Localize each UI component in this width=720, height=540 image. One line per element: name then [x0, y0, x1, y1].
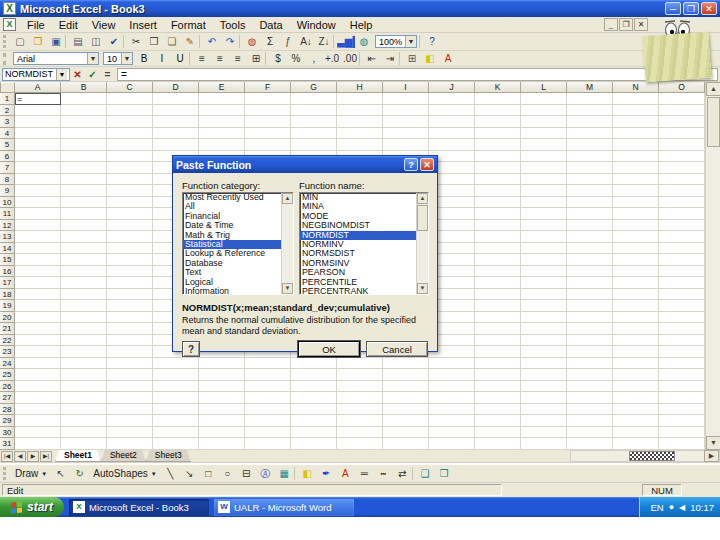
column-header[interactable]: H [337, 82, 383, 93]
draw-menu-button[interactable]: Draw ▼ [11, 466, 51, 481]
italic-icon[interactable]: I [153, 51, 171, 66]
toolbar-grip[interactable] [3, 467, 8, 481]
fill-color-icon[interactable]: ◧ [421, 51, 439, 66]
chevron-left-icon[interactable]: ◀ [679, 503, 685, 512]
restore-button[interactable]: ❐ [683, 2, 699, 15]
decrease-indent-icon[interactable]: ⇤ [363, 51, 381, 66]
menu-item[interactable]: Insert [122, 18, 164, 32]
column-header[interactable]: M [567, 82, 613, 93]
row-header[interactable]: 4 [0, 128, 15, 140]
menu-item[interactable]: Data [252, 18, 289, 32]
row-header[interactable]: 27 [0, 392, 15, 404]
row-header[interactable]: 30 [0, 427, 15, 439]
column-header[interactable]: G [291, 82, 337, 93]
row-header[interactable]: 14 [0, 243, 15, 255]
print-icon[interactable]: ▤ [69, 34, 87, 49]
dialog-title-bar[interactable]: Paste Function ? ✕ [173, 156, 437, 173]
enter-formula-button[interactable]: ✓ [85, 68, 100, 81]
increase-indent-icon[interactable]: ⇥ [381, 51, 399, 66]
toolbar-grip[interactable] [3, 35, 8, 49]
comma-style-icon[interactable]: , [305, 51, 323, 66]
line-style-icon[interactable]: ═ [355, 466, 374, 481]
row-header[interactable]: 26 [0, 381, 15, 393]
column-header[interactable]: N [613, 82, 659, 93]
scroll-down-icon[interactable]: ▼ [706, 436, 720, 450]
row-header[interactable]: 21 [0, 323, 15, 335]
row-header[interactable]: 2 [0, 105, 15, 117]
borders-icon[interactable]: ⊞ [403, 51, 421, 66]
row-header[interactable]: 10 [0, 197, 15, 209]
column-header[interactable]: I [383, 82, 429, 93]
last-sheet-button[interactable]: ▶| [40, 451, 52, 462]
column-header[interactable]: J [429, 82, 475, 93]
column-header[interactable]: K [475, 82, 521, 93]
paste-function-icon[interactable]: ƒ [279, 34, 297, 49]
select-all-corner[interactable] [0, 82, 15, 93]
function-scroll-thumb[interactable] [417, 205, 428, 231]
row-header[interactable]: 17 [0, 277, 15, 289]
row-header[interactable]: 13 [0, 231, 15, 243]
category-option[interactable]: Information [183, 287, 281, 294]
font-color-icon[interactable]: A [439, 51, 457, 66]
new-icon[interactable]: ▢ [11, 34, 29, 49]
row-header[interactable]: 8 [0, 174, 15, 186]
next-sheet-button[interactable]: ▶ [27, 451, 39, 462]
column-header[interactable]: E [199, 82, 245, 93]
row-header[interactable]: 28 [0, 404, 15, 416]
taskbar-task-excel[interactable]: X Microsoft Excel - Book3 [69, 499, 209, 516]
cancel-button[interactable]: Cancel [366, 341, 428, 357]
dialog-help-button[interactable]: ? [404, 158, 418, 171]
row-header[interactable]: 18 [0, 289, 15, 301]
column-header[interactable]: B [61, 82, 107, 93]
row-header[interactable]: 3 [0, 116, 15, 128]
underline-icon[interactable]: U [171, 51, 189, 66]
autoshapes-menu-button[interactable]: AutoShapes ▼ [89, 466, 160, 481]
workbook-restore-button[interactable]: ❐ [619, 18, 633, 31]
column-header[interactable]: F [245, 82, 291, 93]
font-color-icon[interactable]: A [336, 466, 355, 481]
zoom-combo[interactable]: 100% ▼ [375, 35, 417, 48]
line-icon[interactable]: ╲ [161, 466, 180, 481]
align-left-icon[interactable]: ≡ [193, 51, 211, 66]
menu-item[interactable]: Window [290, 18, 343, 32]
row-header[interactable]: 12 [0, 220, 15, 232]
menu-item[interactable]: Edit [52, 18, 85, 32]
chart-wizard-icon[interactable]: ▃▆█ [337, 34, 355, 49]
row-header[interactable]: 15 [0, 254, 15, 266]
column-header[interactable]: D [153, 82, 199, 93]
menu-item[interactable]: Format [164, 18, 213, 32]
format-painter-icon[interactable]: ✎ [181, 34, 199, 49]
open-icon[interactable]: ❒ [29, 34, 47, 49]
fill-color-icon[interactable]: ◧ [298, 466, 317, 481]
row-header[interactable]: 6 [0, 151, 15, 163]
sort-descending-icon[interactable]: Z↓ [315, 34, 333, 49]
horizontal-scrollbar[interactable]: ▶ [570, 450, 720, 462]
close-button[interactable]: ✕ [701, 2, 717, 15]
workbook-minimize-button[interactable]: _ [604, 18, 618, 31]
shadow-icon[interactable]: ❑ [416, 466, 435, 481]
help-assistant-icon[interactable]: ? [423, 34, 441, 49]
row-header[interactable]: 24 [0, 358, 15, 370]
column-header[interactable]: L [521, 82, 567, 93]
decrease-decimal-icon[interactable]: .00 [341, 51, 359, 66]
row-header[interactable]: 9 [0, 185, 15, 197]
oval-icon[interactable]: ○ [218, 466, 237, 481]
menu-item[interactable]: Help [343, 18, 380, 32]
paste-icon[interactable]: ❏ [163, 34, 181, 49]
dialog-close-button[interactable]: ✕ [420, 158, 434, 171]
dash-style-icon[interactable]: ┅ [374, 466, 393, 481]
function-name-list[interactable]: MINMINAMODENEGBINOMDISTNORMDISTNORMINVNO… [299, 192, 429, 295]
scroll-up-icon[interactable]: ▲ [417, 193, 428, 204]
scroll-right-icon[interactable]: ▶ [704, 450, 719, 462]
select-objects-icon[interactable]: ↖ [51, 466, 70, 481]
chevron-down-icon[interactable]: ▼ [87, 53, 98, 64]
minimize-button[interactable]: ─ [665, 2, 681, 15]
cut-icon[interactable]: ✂ [127, 34, 145, 49]
undo-icon[interactable]: ↶ [203, 34, 221, 49]
row-header[interactable]: 31 [0, 438, 15, 450]
category-list-scrollbar[interactable]: ▲ ▼ [281, 193, 293, 294]
row-header[interactable]: 19 [0, 300, 15, 312]
chevron-down-icon[interactable]: ▼ [56, 69, 67, 80]
clippy-assistant[interactable] [642, 20, 714, 82]
currency-style-icon[interactable]: $ [269, 51, 287, 66]
